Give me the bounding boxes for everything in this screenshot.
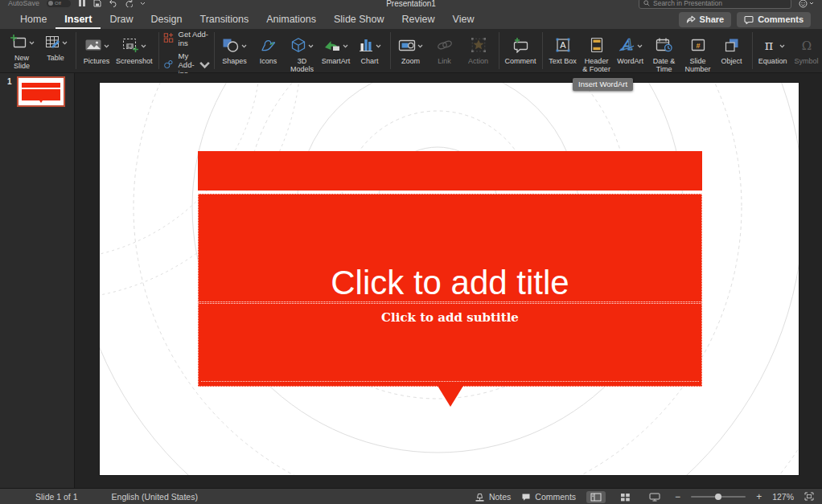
zoom-slider-knob[interactable] <box>715 494 721 500</box>
comments-button[interactable]: Comments <box>737 12 811 27</box>
thumbnail-pointer <box>39 100 43 103</box>
object-icon <box>724 37 740 56</box>
tab-animations[interactable]: Animations <box>257 10 325 29</box>
slide-number-icon: # <box>690 37 706 56</box>
tab-view[interactable]: View <box>444 10 483 29</box>
ribbon-group: ShapesIcons3D ModelsSmartArtChart <box>214 32 390 69</box>
chevron-down-icon <box>141 44 146 48</box>
ribbon-header-footer-button[interactable]: Header & Footer <box>580 35 614 74</box>
slide-thumbnail-panel[interactable]: 1 <box>0 73 75 488</box>
zoom-in-button[interactable]: + <box>756 492 762 502</box>
my-addins-icon <box>162 59 175 72</box>
ribbon-item-label: Action <box>468 57 488 65</box>
ribbon-new-slide-button[interactable]: New Slide <box>5 31 39 71</box>
3d-models-icon <box>290 37 306 56</box>
svg-text:#: # <box>696 41 700 49</box>
ribbon-group: New SlideTable <box>2 29 76 72</box>
tab-insert[interactable]: Insert <box>55 10 101 29</box>
comments-toggle-button[interactable]: Comments <box>521 492 576 502</box>
ribbon-smartart-button[interactable]: SmartArt <box>319 35 353 66</box>
zoom-slider[interactable] <box>691 496 746 498</box>
normal-view-button[interactable] <box>586 491 606 503</box>
zoom-percentage[interactable]: 127% <box>772 492 794 502</box>
tab-design[interactable]: Design <box>142 10 191 29</box>
icons-icon <box>260 37 277 56</box>
insert-wordart-tooltip: Insert WordArt <box>573 78 633 91</box>
comments-label: Comments <box>758 14 804 24</box>
shapes-icon <box>222 37 240 56</box>
ribbon-action-button: Action <box>462 35 495 66</box>
wordart-icon: A <box>618 37 635 56</box>
svg-text:A: A <box>620 37 633 53</box>
ribbon-get-add-ins-button[interactable]: Get Add-ins <box>162 30 211 47</box>
search-icon <box>643 0 650 6</box>
ribbon-item-label: Get Add-ins <box>179 30 211 47</box>
ribbon-3d-models-button[interactable]: 3D Models <box>286 35 319 74</box>
ribbon-item-label: Text Box <box>549 57 577 65</box>
ribbon-screenshot-button[interactable]: Screenshot <box>113 35 155 66</box>
subtitle-placeholder[interactable]: Click to add subtitle <box>199 303 701 386</box>
ribbon-link-button: Link <box>428 35 462 66</box>
zoom-out-button[interactable]: − <box>675 492 680 502</box>
title-placeholder-text: Click to add title <box>331 265 569 301</box>
get-addins-icon <box>162 32 175 45</box>
notes-button[interactable]: Notes <box>475 492 511 502</box>
slide-sorter-view-button[interactable] <box>616 491 635 503</box>
tab-review[interactable]: Review <box>393 10 444 29</box>
ribbon-item-label: Zoom <box>401 57 420 65</box>
fit-slide-button[interactable] <box>804 492 814 502</box>
ribbon-pictures-button[interactable]: Pictures <box>80 35 113 66</box>
ribbon-zoom-button[interactable]: Zoom <box>394 35 428 66</box>
ribbon-equation-button[interactable]: πEquation <box>756 35 790 66</box>
ribbon-item-label: Shapes <box>222 57 247 65</box>
ribbon-group: AText BoxHeader & FooterAWordArtDate & T… <box>542 32 752 69</box>
ribbon-slide-number-button[interactable]: #Slide Number <box>681 35 715 74</box>
ribbon-table-button[interactable]: Table <box>39 31 72 63</box>
notes-label: Notes <box>489 492 511 502</box>
ribbon-icons-button[interactable]: Icons <box>252 35 286 66</box>
tab-home[interactable]: Home <box>11 10 55 29</box>
screenshot-icon <box>121 37 139 56</box>
chevron-down-icon <box>637 44 643 48</box>
table-icon <box>44 34 60 53</box>
title-placeholder[interactable]: Click to add title <box>199 195 701 302</box>
tab-draw[interactable]: Draw <box>101 10 142 29</box>
ribbon-shapes-button[interactable]: Shapes <box>218 35 252 66</box>
search-input[interactable]: Search in Presentation <box>639 0 791 9</box>
ribbon-item-label: Comment <box>505 57 536 65</box>
chevron-down-icon <box>199 59 211 71</box>
chevron-down-icon <box>376 44 381 48</box>
decorative-red-bar[interactable] <box>198 151 702 191</box>
insert-ribbon: New SlideTablePicturesScreenshotGet Add-… <box>0 29 822 73</box>
ribbon-item-label: WordArt <box>617 57 643 65</box>
feedback-smiley-icon[interactable] <box>799 0 814 8</box>
ribbon-item-label: Symbol <box>795 57 819 65</box>
ribbon-item-label: Chart <box>361 57 379 65</box>
slide[interactable]: Click to add title Click to add subtitle <box>100 83 799 475</box>
editor-canvas[interactable]: Click to add title Click to add subtitle <box>75 73 822 488</box>
share-button[interactable]: Share <box>679 12 732 27</box>
ribbon-date-time-button[interactable]: Date & Time <box>647 35 681 74</box>
ribbon-item-label: Pictures <box>84 57 110 65</box>
ribbon-text-box-button[interactable]: AText Box <box>546 35 580 66</box>
language-indicator[interactable]: English (United States) <box>112 492 198 502</box>
slide-thumbnail[interactable] <box>17 76 65 107</box>
search-placeholder: Search in Presentation <box>653 0 722 7</box>
ribbon-comment-button[interactable]: Comment <box>503 35 539 66</box>
titlebar: AutoSave Off Presentation1 Search in Pre… <box>0 0 822 10</box>
ribbon-wordart-button[interactable]: AWordArt <box>614 35 647 66</box>
ribbon-item-label: Link <box>438 57 451 65</box>
ribbon-group: PicturesScreenshot <box>76 32 158 69</box>
tab-transitions[interactable]: Transitions <box>191 10 257 29</box>
new-slide-icon <box>10 34 27 53</box>
title-placeholder-group[interactable]: Click to add title Click to add subtitle <box>198 194 702 387</box>
ribbon-chart-button[interactable]: Chart <box>353 35 387 66</box>
chevron-down-icon <box>779 44 785 48</box>
tab-slide-show[interactable]: Slide Show <box>325 10 393 29</box>
ribbon-item-label: Table <box>47 54 64 62</box>
ribbon-object-button[interactable]: Object <box>715 35 749 66</box>
normal-view-icon <box>590 493 602 502</box>
callout-pointer <box>438 386 463 407</box>
workspace: 1 <box>0 73 822 488</box>
slideshow-view-button[interactable] <box>645 491 664 503</box>
